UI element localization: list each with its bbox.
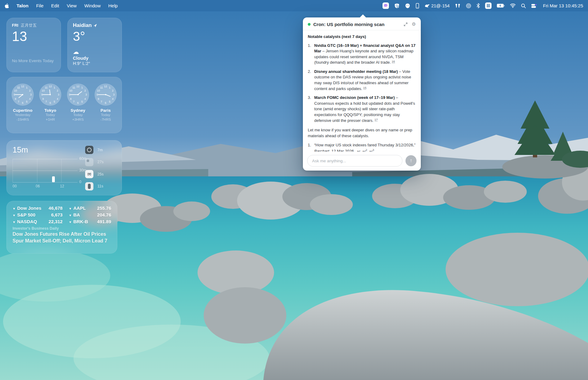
menu-item-window[interactable]: Window (84, 3, 100, 8)
app-usage-time: 27s (97, 160, 104, 164)
backref-link[interactable]: ↩3 (369, 149, 374, 152)
clock-numeral: 11 (100, 86, 103, 89)
calendar-widget[interactable]: FRI 正月廿五 13 No More Events Today (6, 18, 61, 72)
calendar-events-status: No More Events Today (12, 58, 54, 63)
clock-numeral: 3 (113, 93, 115, 96)
city-day: Yesterday (9, 113, 36, 117)
clock-numeral: 10 (97, 89, 100, 92)
news-headline: Dow Jones Futures Rise After Oil Prices … (13, 231, 111, 245)
city-clock-sydney: 121234567891011 Sydney Today +3HRS (65, 84, 91, 130)
desktop: Talon File Edit View Window Help (0, 0, 588, 380)
popover-title: Cron: US portfolio morning scan (313, 22, 400, 27)
clock-numeral: 5 (81, 100, 83, 103)
clock-numeral: 5 (54, 100, 55, 103)
followup-text: Let me know if you want deeper dives on … (308, 127, 416, 139)
app-usage-row: 11s (85, 182, 117, 190)
battery-icon[interactable] (497, 2, 505, 9)
expand-icon[interactable] (403, 21, 409, 27)
clock-numeral: 11 (45, 86, 47, 89)
citation-link[interactable]: 15 (363, 86, 367, 90)
menu-item-edit[interactable]: Edit (51, 3, 59, 8)
city-offset: +1HR (37, 117, 63, 122)
popover-header: Cron: US portfolio morning scan ⚙ (303, 17, 421, 30)
weather-location: Haidian (73, 22, 92, 28)
wifi-icon[interactable] (510, 2, 516, 9)
clock-center-dot (50, 94, 51, 95)
clock-numeral: 10 (14, 89, 17, 92)
app-usage-list: 7m 27s ✉ 25s 11s (85, 145, 117, 191)
clock-numeral: 1 (109, 86, 111, 89)
catalyst-item: 2. Disney annual shareholder meeting (18… (308, 69, 416, 92)
input-method-icon[interactable] (485, 2, 492, 9)
clock-numeral: 2 (84, 89, 86, 92)
clock-center-dot (77, 94, 79, 95)
stock-row: ▼S&P 5006,673 ▼BA204.76 (13, 212, 111, 217)
status-dot (308, 23, 311, 26)
menu-item-view[interactable]: View (67, 3, 77, 8)
weather-widget[interactable]: Haidian 3° ☁ Cloudy H:9° L:2° (67, 18, 122, 72)
clock-numeral: 9 (96, 93, 98, 96)
menubar-clock[interactable]: Fri Mar 13 10:45:25 (543, 3, 583, 8)
menu-bar-status: 21@·154 (383, 2, 583, 9)
usage-chart: 60m 30m 0 00 06 12 (13, 159, 77, 190)
calendar-app-icon (85, 158, 93, 166)
gridline-v-12 (61, 159, 62, 182)
clock-numeral: 8 (70, 97, 72, 100)
gear-icon[interactable]: ⚙ (411, 21, 417, 27)
stock-symbol: BA (73, 212, 80, 217)
airplay-icon[interactable] (466, 2, 471, 9)
catalyst-bold: March FOMC decision (week of 17–19 Mar) (314, 95, 395, 100)
city-offset: -7HRS (92, 117, 119, 122)
search-icon[interactable] (521, 2, 526, 9)
calendar-lunar-date: 正月廿五 (21, 23, 37, 28)
security-shield-icon[interactable] (394, 2, 400, 9)
backref-link[interactable]: ↩2 (362, 149, 367, 152)
clock-numeral: 1 (26, 86, 28, 89)
city-day: Today (92, 113, 119, 117)
stock-value: 46,678 (49, 205, 63, 211)
mail-app-icon: ✉ (85, 170, 93, 178)
source-publication: Barchart (314, 149, 329, 152)
weather-condition: Cloudy (73, 55, 116, 61)
app-usage-time: 25s (97, 172, 104, 176)
menu-manager-icon[interactable] (531, 2, 537, 9)
city-name: Cupertino (9, 108, 36, 113)
stock-symbol: AAPL (73, 205, 86, 211)
gridline-0 (13, 182, 77, 182)
menu-item-talon[interactable]: Talon (17, 3, 28, 8)
bird-badge[interactable]: 21@·154 (424, 2, 450, 9)
citation-link[interactable]: 16 (392, 60, 395, 63)
stock-value: 22,312 (49, 219, 63, 224)
list-number: 1. (308, 142, 314, 152)
ask-input[interactable] (307, 155, 402, 167)
city-offset: -15HRS (9, 117, 36, 122)
assistant-face-icon[interactable] (405, 2, 410, 9)
utility-app-icon (85, 182, 93, 190)
screen-time-total: 15m (13, 145, 85, 155)
world-clock-widget[interactable]: 121234567891011 Cupertino Yesterday -15H… (6, 77, 122, 133)
clock-numeral: 7 (18, 100, 19, 103)
backref-link[interactable]: ↩ (357, 149, 360, 152)
citation-link[interactable]: 17 (375, 118, 378, 122)
stocks-widget[interactable]: ▼Dow Jones46,678 ▼AAPL255.76 ▼S&P 5006,6… (6, 201, 117, 254)
catalyst-text: – Jensen Huang's keynote and any silicon… (314, 49, 413, 65)
menu-item-help[interactable]: Help (108, 3, 118, 8)
screen-time-chart-area: 15m 60m 30m 0 00 06 (13, 145, 85, 191)
popover-content: Notable catalysts (next 7 days) 1. Nvidi… (303, 30, 421, 152)
apple-menu-icon[interactable] (5, 2, 9, 9)
send-button[interactable]: ↑ (405, 155, 417, 166)
screen-time-widget[interactable]: 15m 60m 30m 0 00 06 (6, 140, 122, 195)
clock-numeral: 10 (69, 89, 72, 92)
phone-mirroring-icon[interactable] (416, 2, 419, 9)
clock-numeral: 5 (109, 100, 111, 103)
clock-numeral: 3 (58, 93, 59, 96)
airpods-icon[interactable] (455, 2, 461, 9)
clock-hour-hand (105, 94, 111, 97)
city-offset: +3HRS (65, 117, 91, 122)
menu-item-file[interactable]: File (36, 3, 43, 8)
clock-numeral: 7 (73, 100, 75, 103)
bluetooth-icon[interactable] (477, 2, 480, 9)
clock-numeral: 9 (69, 93, 70, 96)
city-clock-tokyo: 121234567891011 Tokyo Today +1HR (37, 84, 63, 130)
talon-app-icon[interactable] (383, 2, 389, 9)
